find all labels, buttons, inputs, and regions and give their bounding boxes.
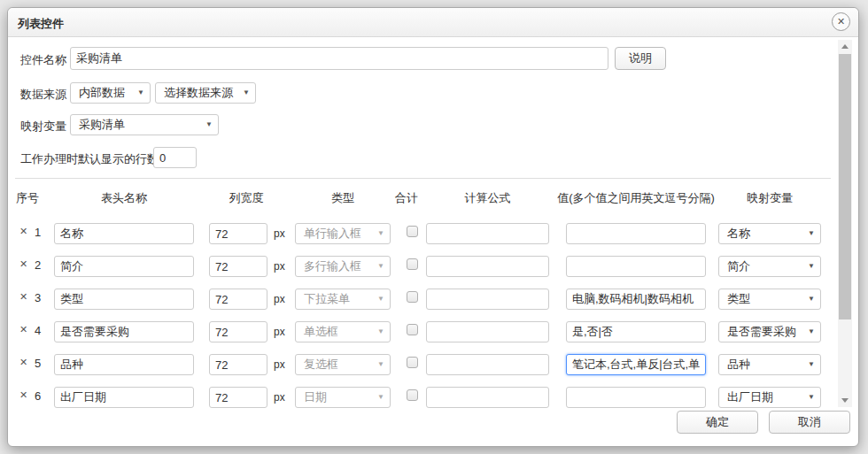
delete-row-icon[interactable]: ✕ <box>19 258 27 270</box>
control-name-label: 控件名称 : <box>20 52 73 68</box>
row-width-input[interactable] <box>209 321 267 342</box>
chevron-down-icon: ▼ <box>137 83 144 103</box>
chevron-down-icon: ▼ <box>808 388 815 407</box>
list-control-dialog: 列表控件 ✕ 控件名称 : 说明 数据来源 : 内部数据 ▼ 选择数据来源 ▼ … <box>7 7 859 447</box>
row-header-name-input[interactable] <box>54 321 194 342</box>
row-value-input[interactable] <box>566 387 706 408</box>
row-value-input[interactable] <box>566 223 706 244</box>
row-type-select[interactable]: 复选框 ▼ <box>295 354 391 375</box>
row-header-name-input[interactable] <box>54 354 194 375</box>
row-type-select[interactable]: 日期 ▼ <box>295 387 391 408</box>
col-header-index: 序号 <box>8 190 47 206</box>
sum-checkbox[interactable] <box>407 324 418 335</box>
row-type-select[interactable]: 下拉菜单 ▼ <box>295 289 391 310</box>
chevron-down-icon: ▼ <box>808 224 815 243</box>
sum-checkbox[interactable] <box>407 357 418 368</box>
row-formula-input[interactable] <box>426 223 549 244</box>
mapping-variable-value: 采购清单 <box>79 118 125 131</box>
row-mapping-value: 类型 <box>727 292 750 305</box>
data-source-type-select[interactable]: 内部数据 ▼ <box>70 82 151 104</box>
delete-row-icon[interactable]: ✕ <box>19 324 27 335</box>
width-unit-label: px <box>274 227 285 240</box>
row-mapping-select[interactable]: 品种 ▼ <box>718 354 821 375</box>
width-unit-label: px <box>274 293 285 305</box>
row-formula-input[interactable] <box>426 256 549 277</box>
scroll-up-icon[interactable] <box>841 44 849 49</box>
sum-checkbox[interactable] <box>407 226 418 237</box>
row-type-value: 复选框 <box>304 358 338 371</box>
row-width-input[interactable] <box>209 354 267 375</box>
sum-checkbox[interactable] <box>407 389 418 401</box>
row-width-input[interactable] <box>209 256 267 277</box>
row-type-value: 日期 <box>304 390 327 404</box>
dialog-titlebar: 列表控件 ✕ <box>8 8 858 37</box>
row-width-input[interactable] <box>209 289 267 310</box>
row-value-input[interactable] <box>566 321 706 342</box>
chevron-down-icon: ▼ <box>808 257 815 276</box>
col-header-width: 列宽度 <box>209 190 283 206</box>
sum-checkbox[interactable] <box>407 291 418 303</box>
row-formula-input[interactable] <box>426 321 549 342</box>
row-mapping-value: 名称 <box>727 227 750 240</box>
row-formula-input[interactable] <box>426 387 549 408</box>
delete-row-icon[interactable]: ✕ <box>19 357 27 368</box>
row-value-input[interactable] <box>566 289 706 310</box>
row-index: 1 <box>35 226 41 239</box>
chevron-down-icon: ▼ <box>243 83 250 103</box>
ok-button[interactable]: 确定 <box>677 411 758 434</box>
row-header-name-input[interactable] <box>54 256 194 277</box>
chevron-down-icon: ▼ <box>377 224 384 243</box>
scroll-down-icon[interactable] <box>841 398 849 403</box>
row-type-select[interactable]: 单行输入框 ▼ <box>295 223 391 244</box>
delete-row-icon[interactable]: ✕ <box>19 389 27 401</box>
row-header-name-input[interactable] <box>54 223 194 244</box>
cancel-button[interactable]: 取消 <box>769 411 850 434</box>
width-unit-label: px <box>274 391 285 404</box>
chevron-down-icon: ▼ <box>808 355 815 374</box>
table-row: ✕ 5 px 复选框 ▼ 品种 ▼ <box>8 347 838 380</box>
close-button[interactable]: ✕ <box>832 12 850 31</box>
row-mapping-select[interactable]: 出厂日期 ▼ <box>718 387 821 408</box>
mapping-variable-select[interactable]: 采购清单 ▼ <box>70 114 219 135</box>
vertical-scrollbar[interactable] <box>838 40 852 407</box>
row-formula-input[interactable] <box>426 289 549 310</box>
chevron-down-icon: ▼ <box>808 289 815 309</box>
row-mapping-select[interactable]: 名称 ▼ <box>718 223 821 244</box>
col-header-sum: 合计 <box>384 190 429 206</box>
help-button[interactable]: 说明 <box>615 47 666 70</box>
row-width-input[interactable] <box>209 387 267 408</box>
default-rows-input[interactable] <box>153 147 197 168</box>
row-value-input[interactable] <box>566 256 706 277</box>
scroll-thumb[interactable] <box>839 54 851 319</box>
row-type-value: 单行输入框 <box>304 227 361 240</box>
width-unit-label: px <box>274 260 285 273</box>
row-index: 2 <box>35 258 41 272</box>
row-formula-input[interactable] <box>426 354 549 375</box>
row-value-input[interactable] <box>566 354 706 375</box>
row-header-name-input[interactable] <box>54 289 194 310</box>
row-mapping-select[interactable]: 类型 ▼ <box>718 289 821 310</box>
row-index: 5 <box>35 357 41 370</box>
row-mapping-select[interactable]: 简介 ▼ <box>718 256 821 277</box>
control-name-input[interactable] <box>70 47 608 70</box>
row-width-input[interactable] <box>209 223 267 244</box>
chevron-down-icon: ▼ <box>377 355 384 374</box>
mapping-variable-label: 映射变量 : <box>20 119 73 135</box>
row-mapping-select[interactable]: 是否需要采购 ▼ <box>718 321 821 342</box>
row-type-value: 多行输入框 <box>304 259 361 273</box>
row-mapping-value: 品种 <box>727 358 750 371</box>
delete-row-icon[interactable]: ✕ <box>19 291 27 303</box>
table-rows: ✕ 1 px 单行输入框 ▼ 名称 ▼ ✕ 2 px 多行输入框 ▼ 简介 ▼ <box>8 216 838 412</box>
row-mapping-value: 是否需要采购 <box>727 325 796 338</box>
data-source-picker-select[interactable]: 选择数据来源 ▼ <box>155 82 256 104</box>
delete-row-icon[interactable]: ✕ <box>19 226 27 237</box>
table-row: ✕ 2 px 多行输入框 ▼ 简介 ▼ <box>8 249 838 281</box>
row-type-select[interactable]: 多行输入框 ▼ <box>295 256 391 277</box>
data-source-picker-value: 选择数据来源 <box>164 86 233 99</box>
close-icon: ✕ <box>837 16 845 27</box>
row-type-select[interactable]: 单选框 ▼ <box>295 321 391 342</box>
sum-checkbox[interactable] <box>407 258 418 270</box>
default-rows-label: 工作办理时默认显示的行数 : <box>20 151 165 167</box>
chevron-down-icon: ▼ <box>377 257 384 276</box>
row-header-name-input[interactable] <box>54 387 194 408</box>
